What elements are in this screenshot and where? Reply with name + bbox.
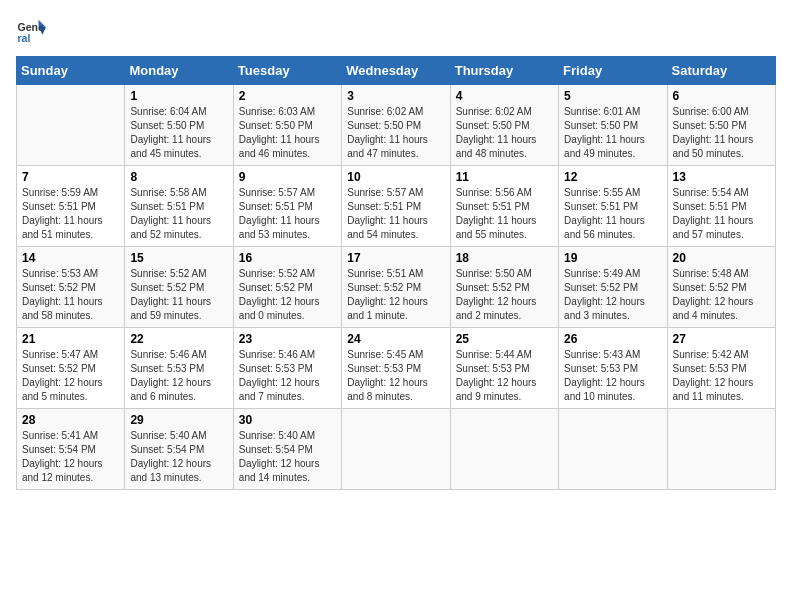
day-number: 26 [564, 332, 661, 346]
day-info: Sunrise: 5:43 AM Sunset: 5:53 PM Dayligh… [564, 348, 661, 404]
day-number: 19 [564, 251, 661, 265]
day-info: Sunrise: 5:47 AM Sunset: 5:52 PM Dayligh… [22, 348, 119, 404]
table-row [450, 409, 558, 490]
day-number: 20 [673, 251, 770, 265]
table-row: 2Sunrise: 6:03 AM Sunset: 5:50 PM Daylig… [233, 85, 341, 166]
calendar-table: Sunday Monday Tuesday Wednesday Thursday… [16, 56, 776, 490]
day-number: 30 [239, 413, 336, 427]
table-row: 7Sunrise: 5:59 AM Sunset: 5:51 PM Daylig… [17, 166, 125, 247]
day-number: 18 [456, 251, 553, 265]
table-row: 6Sunrise: 6:00 AM Sunset: 5:50 PM Daylig… [667, 85, 775, 166]
table-row: 26Sunrise: 5:43 AM Sunset: 5:53 PM Dayli… [559, 328, 667, 409]
col-saturday: Saturday [667, 57, 775, 85]
day-number: 16 [239, 251, 336, 265]
day-number: 4 [456, 89, 553, 103]
day-info: Sunrise: 5:44 AM Sunset: 5:53 PM Dayligh… [456, 348, 553, 404]
day-info: Sunrise: 5:52 AM Sunset: 5:52 PM Dayligh… [239, 267, 336, 323]
calendar-week-row: 1Sunrise: 6:04 AM Sunset: 5:50 PM Daylig… [17, 85, 776, 166]
calendar-week-row: 21Sunrise: 5:47 AM Sunset: 5:52 PM Dayli… [17, 328, 776, 409]
table-row: 22Sunrise: 5:46 AM Sunset: 5:53 PM Dayli… [125, 328, 233, 409]
day-number: 10 [347, 170, 444, 184]
day-info: Sunrise: 6:03 AM Sunset: 5:50 PM Dayligh… [239, 105, 336, 161]
day-info: Sunrise: 5:57 AM Sunset: 5:51 PM Dayligh… [239, 186, 336, 242]
table-row: 19Sunrise: 5:49 AM Sunset: 5:52 PM Dayli… [559, 247, 667, 328]
table-row: 3Sunrise: 6:02 AM Sunset: 5:50 PM Daylig… [342, 85, 450, 166]
table-row: 25Sunrise: 5:44 AM Sunset: 5:53 PM Dayli… [450, 328, 558, 409]
day-info: Sunrise: 6:00 AM Sunset: 5:50 PM Dayligh… [673, 105, 770, 161]
table-row: 12Sunrise: 5:55 AM Sunset: 5:51 PM Dayli… [559, 166, 667, 247]
page-header: Gene ral [16, 16, 776, 46]
table-row: 21Sunrise: 5:47 AM Sunset: 5:52 PM Dayli… [17, 328, 125, 409]
day-info: Sunrise: 5:56 AM Sunset: 5:51 PM Dayligh… [456, 186, 553, 242]
day-info: Sunrise: 5:53 AM Sunset: 5:52 PM Dayligh… [22, 267, 119, 323]
day-number: 13 [673, 170, 770, 184]
col-thursday: Thursday [450, 57, 558, 85]
day-number: 27 [673, 332, 770, 346]
day-info: Sunrise: 6:02 AM Sunset: 5:50 PM Dayligh… [347, 105, 444, 161]
day-number: 3 [347, 89, 444, 103]
day-number: 22 [130, 332, 227, 346]
day-number: 23 [239, 332, 336, 346]
col-monday: Monday [125, 57, 233, 85]
day-number: 21 [22, 332, 119, 346]
day-number: 5 [564, 89, 661, 103]
table-row: 11Sunrise: 5:56 AM Sunset: 5:51 PM Dayli… [450, 166, 558, 247]
day-number: 28 [22, 413, 119, 427]
table-row: 4Sunrise: 6:02 AM Sunset: 5:50 PM Daylig… [450, 85, 558, 166]
day-number: 7 [22, 170, 119, 184]
table-row: 16Sunrise: 5:52 AM Sunset: 5:52 PM Dayli… [233, 247, 341, 328]
day-number: 15 [130, 251, 227, 265]
svg-text:ral: ral [18, 32, 31, 44]
table-row: 13Sunrise: 5:54 AM Sunset: 5:51 PM Dayli… [667, 166, 775, 247]
day-number: 17 [347, 251, 444, 265]
day-number: 12 [564, 170, 661, 184]
calendar-week-row: 28Sunrise: 5:41 AM Sunset: 5:54 PM Dayli… [17, 409, 776, 490]
day-info: Sunrise: 5:45 AM Sunset: 5:53 PM Dayligh… [347, 348, 444, 404]
logo: Gene ral [16, 16, 48, 46]
table-row: 10Sunrise: 5:57 AM Sunset: 5:51 PM Dayli… [342, 166, 450, 247]
day-info: Sunrise: 6:02 AM Sunset: 5:50 PM Dayligh… [456, 105, 553, 161]
table-row: 28Sunrise: 5:41 AM Sunset: 5:54 PM Dayli… [17, 409, 125, 490]
day-info: Sunrise: 6:01 AM Sunset: 5:50 PM Dayligh… [564, 105, 661, 161]
table-row: 20Sunrise: 5:48 AM Sunset: 5:52 PM Dayli… [667, 247, 775, 328]
day-info: Sunrise: 6:04 AM Sunset: 5:50 PM Dayligh… [130, 105, 227, 161]
day-info: Sunrise: 5:52 AM Sunset: 5:52 PM Dayligh… [130, 267, 227, 323]
day-info: Sunrise: 5:40 AM Sunset: 5:54 PM Dayligh… [130, 429, 227, 485]
calendar-header-row: Sunday Monday Tuesday Wednesday Thursday… [17, 57, 776, 85]
day-info: Sunrise: 5:42 AM Sunset: 5:53 PM Dayligh… [673, 348, 770, 404]
table-row: 9Sunrise: 5:57 AM Sunset: 5:51 PM Daylig… [233, 166, 341, 247]
day-info: Sunrise: 5:59 AM Sunset: 5:51 PM Dayligh… [22, 186, 119, 242]
day-info: Sunrise: 5:46 AM Sunset: 5:53 PM Dayligh… [130, 348, 227, 404]
table-row: 24Sunrise: 5:45 AM Sunset: 5:53 PM Dayli… [342, 328, 450, 409]
table-row: 27Sunrise: 5:42 AM Sunset: 5:53 PM Dayli… [667, 328, 775, 409]
table-row [667, 409, 775, 490]
day-info: Sunrise: 5:58 AM Sunset: 5:51 PM Dayligh… [130, 186, 227, 242]
table-row: 17Sunrise: 5:51 AM Sunset: 5:52 PM Dayli… [342, 247, 450, 328]
day-info: Sunrise: 5:48 AM Sunset: 5:52 PM Dayligh… [673, 267, 770, 323]
logo-icon: Gene ral [16, 16, 46, 46]
table-row: 30Sunrise: 5:40 AM Sunset: 5:54 PM Dayli… [233, 409, 341, 490]
day-info: Sunrise: 5:54 AM Sunset: 5:51 PM Dayligh… [673, 186, 770, 242]
day-info: Sunrise: 5:41 AM Sunset: 5:54 PM Dayligh… [22, 429, 119, 485]
day-info: Sunrise: 5:51 AM Sunset: 5:52 PM Dayligh… [347, 267, 444, 323]
day-number: 29 [130, 413, 227, 427]
table-row [342, 409, 450, 490]
table-row: 29Sunrise: 5:40 AM Sunset: 5:54 PM Dayli… [125, 409, 233, 490]
table-row: 14Sunrise: 5:53 AM Sunset: 5:52 PM Dayli… [17, 247, 125, 328]
table-row: 8Sunrise: 5:58 AM Sunset: 5:51 PM Daylig… [125, 166, 233, 247]
day-number: 8 [130, 170, 227, 184]
day-info: Sunrise: 5:46 AM Sunset: 5:53 PM Dayligh… [239, 348, 336, 404]
day-info: Sunrise: 5:49 AM Sunset: 5:52 PM Dayligh… [564, 267, 661, 323]
day-info: Sunrise: 5:50 AM Sunset: 5:52 PM Dayligh… [456, 267, 553, 323]
col-sunday: Sunday [17, 57, 125, 85]
day-info: Sunrise: 5:40 AM Sunset: 5:54 PM Dayligh… [239, 429, 336, 485]
day-number: 24 [347, 332, 444, 346]
day-number: 2 [239, 89, 336, 103]
table-row: 15Sunrise: 5:52 AM Sunset: 5:52 PM Dayli… [125, 247, 233, 328]
day-number: 14 [22, 251, 119, 265]
day-number: 9 [239, 170, 336, 184]
table-row [559, 409, 667, 490]
day-number: 25 [456, 332, 553, 346]
table-row: 5Sunrise: 6:01 AM Sunset: 5:50 PM Daylig… [559, 85, 667, 166]
table-row [17, 85, 125, 166]
